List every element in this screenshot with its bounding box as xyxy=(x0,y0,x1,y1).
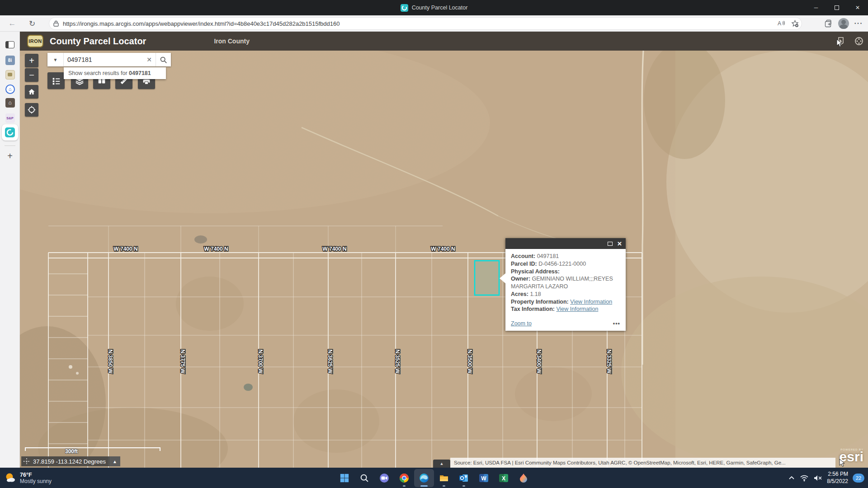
popup-zoom-to-link[interactable]: Zoom to xyxy=(511,320,532,327)
iron-county-logo: IRON xyxy=(27,35,43,47)
popup-field-value: 1.18 xyxy=(530,291,541,297)
sidebar-tab-map[interactable] xyxy=(0,68,20,81)
road-name-label: W 7400 N xyxy=(113,246,137,252)
popup-field-row: Acres: 1.18 xyxy=(511,291,620,298)
popup-field-row: Parcel ID: D-0456-1221-0000 xyxy=(511,260,620,268)
legend-button[interactable] xyxy=(47,72,65,89)
chrome-button[interactable] xyxy=(394,469,414,487)
attribution-expand-tab[interactable]: ▲ xyxy=(433,460,450,468)
popup-header: ✕ xyxy=(505,238,626,249)
popup-close-icon[interactable]: ✕ xyxy=(617,240,622,247)
search-clear-icon[interactable]: ✕ xyxy=(143,53,156,66)
road-name-label: W 7400 N xyxy=(322,246,346,252)
refresh-button[interactable]: ↻ xyxy=(24,15,40,32)
coordinates-crosshair-icon[interactable] xyxy=(21,458,32,465)
weather-temperature: 76°F xyxy=(20,472,52,478)
weather-icon xyxy=(5,472,16,484)
taskbar-search-button[interactable] xyxy=(354,469,374,487)
search-source-dropdown[interactable]: ▼ xyxy=(47,53,64,66)
volume-muted-icon[interactable] xyxy=(813,474,822,482)
url-bar[interactable]: https://irongis.maps.arcgis.com/apps/web… xyxy=(49,17,802,30)
popup-field-value: D-0456-1221-0000 xyxy=(538,261,586,267)
profile-avatar[interactable] xyxy=(838,18,849,29)
favorite-star-icon[interactable] xyxy=(788,20,802,28)
sidebar-tabs-icon[interactable] xyxy=(0,38,20,52)
running-indicator xyxy=(462,485,465,487)
clock-date: 8/5/2022 xyxy=(827,478,848,485)
map-attribution: Source: Esri, USDA FSA | Esri Community … xyxy=(450,458,835,468)
close-button[interactable]: ✕ xyxy=(847,0,868,15)
popup-pointer xyxy=(500,273,505,283)
popup-field-value: 0497181 xyxy=(537,253,559,259)
windows-taskbar: 76°F Mostly sunny W xyxy=(0,468,868,488)
home-extent-button[interactable] xyxy=(25,85,38,99)
weather-widget[interactable]: 76°F Mostly sunny xyxy=(5,468,52,488)
sidebar-tab-8i[interactable]: 8i xyxy=(0,53,20,67)
outlook-button[interactable] xyxy=(454,469,474,487)
teams-chat-button[interactable] xyxy=(374,469,394,487)
zoom-in-button[interactable]: + xyxy=(25,54,38,67)
weather-description: Mostly sunny xyxy=(20,478,52,484)
edge-button-active[interactable] xyxy=(414,469,434,487)
selected-parcel-highlight[interactable] xyxy=(475,261,499,295)
start-button[interactable] xyxy=(335,469,354,487)
running-indicator xyxy=(443,485,445,487)
search-input[interactable] xyxy=(64,53,143,66)
sidebar-tab-sp[interactable]: S&P xyxy=(0,111,20,125)
header-palette-icon[interactable] xyxy=(854,36,864,47)
my-location-button[interactable] xyxy=(25,103,38,117)
sidebar-divider xyxy=(5,145,15,146)
word-button[interactable]: W xyxy=(474,469,494,487)
sidebar-tab-house[interactable]: ⌂ xyxy=(0,96,20,109)
read-aloud-icon[interactable]: A xyxy=(774,20,788,27)
coordinates-expand-caret[interactable]: ▲ xyxy=(109,456,120,466)
more-menu-icon[interactable]: ··· xyxy=(852,17,865,30)
file-explorer-button[interactable] xyxy=(434,469,454,487)
maximize-button[interactable] xyxy=(826,0,847,15)
suggestion-text: Show search results for xyxy=(68,70,129,76)
svg-text:W: W xyxy=(481,475,486,482)
app-favicon-icon xyxy=(401,4,408,12)
view-information-link[interactable]: View Information xyxy=(570,299,612,305)
locate-icon xyxy=(27,105,36,114)
sidebar-tab-parcel-locator-active[interactable] xyxy=(2,124,18,141)
window-title-text: County Parcel Locator xyxy=(412,5,468,11)
running-indicator-active xyxy=(420,485,428,487)
popup-field-row: Owner: GEMINIANO WILLIAM;;;REYES MARGARI… xyxy=(511,275,620,291)
taskbar-system-tray: 2:56 PM 8/5/2022 22 xyxy=(788,468,864,488)
wifi-icon[interactable] xyxy=(800,474,809,482)
satellite-map[interactable]: W 7400 NW 7400 NW 7400 NW 7400 NN 3850 W… xyxy=(20,51,868,468)
mouse-cursor xyxy=(839,459,845,468)
search-suggestion[interactable]: Show search results for 0497181 xyxy=(64,67,166,79)
browser-toolbar: ← ↻ https://irongis.maps.arcgis.com/apps… xyxy=(0,15,868,32)
app-subtitle: Iron County xyxy=(214,38,250,45)
lock-icon[interactable] xyxy=(49,20,63,27)
hidden-icons-chevron[interactable] xyxy=(788,474,795,482)
notification-badge[interactable]: 22 xyxy=(853,474,864,483)
excel-button[interactable]: X xyxy=(494,469,514,487)
zoom-out-button[interactable]: − xyxy=(25,68,38,82)
popup-more-actions[interactable]: ••• xyxy=(613,320,620,327)
road-name-label: W 7400 N xyxy=(431,246,455,252)
popup-maximize-icon[interactable] xyxy=(608,242,613,246)
paint3d-button[interactable] xyxy=(514,469,533,487)
svg-text:X: X xyxy=(502,475,505,482)
back-button[interactable]: ← xyxy=(5,15,20,32)
parcel-popup: ✕ Account: 0497181Parcel ID: D-0456-1221… xyxy=(505,238,626,331)
street-name-label: N 3500 W xyxy=(467,349,473,374)
collections-icon[interactable] xyxy=(822,17,835,30)
search-submit-button[interactable] xyxy=(156,53,171,66)
url-text[interactable]: https://irongis.maps.arcgis.com/apps/web… xyxy=(63,20,774,27)
app-title: County Parcel Locator xyxy=(50,36,146,47)
coordinates-widget: 37.8159 -113.1242 Degrees ▲ xyxy=(21,456,120,466)
sidebar-new-tab-button[interactable]: + xyxy=(0,149,20,163)
map-canvas[interactable]: W 7400 NW 7400 NW 7400 NW 7400 NN 3850 W… xyxy=(20,51,868,468)
minimize-button[interactable]: ─ xyxy=(806,0,826,15)
home-icon xyxy=(28,88,36,96)
view-information-link[interactable]: View Information xyxy=(556,306,598,312)
mouse-cursor xyxy=(836,39,843,48)
window-tab: County Parcel Locator xyxy=(0,0,868,15)
svg-text:A: A xyxy=(778,20,781,27)
sidebar-tab-home-pin[interactable]: ⌂ xyxy=(0,82,20,96)
taskbar-clock[interactable]: 2:56 PM 8/5/2022 xyxy=(827,471,848,485)
